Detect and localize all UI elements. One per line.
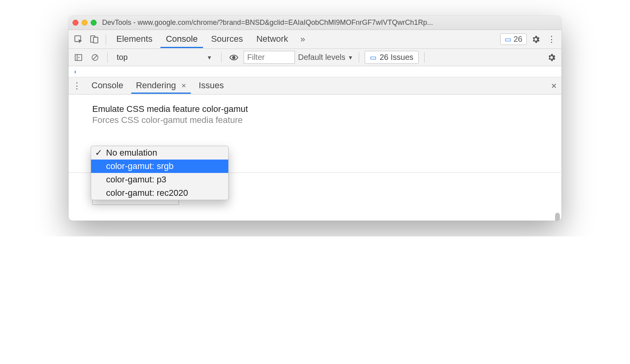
console-settings-icon[interactable] (545, 51, 558, 64)
chevron-down-icon: ▼ (207, 54, 212, 61)
issues-count: 26 (514, 35, 522, 44)
checkmark-icon: ✓ (95, 148, 102, 158)
dropdown-option-label: No emulation (106, 148, 157, 158)
show-console-sidebar-icon[interactable] (72, 51, 85, 64)
tab-console[interactable]: Console (160, 31, 203, 48)
separator (424, 52, 425, 63)
svg-point-5 (232, 56, 235, 59)
chevron-down-icon: ▼ (348, 54, 353, 61)
close-tab-icon[interactable]: × (181, 81, 186, 90)
issues-button[interactable]: ▭ 26 Issues (365, 51, 419, 64)
rendering-panel: Emulate CSS media feature color-gamut Fo… (69, 95, 561, 221)
drawer-kebab-icon[interactable]: ⋮ (70, 79, 84, 93)
console-toolbar: top ▼ Default levels ▼ ▭ 26 Issues (69, 49, 561, 66)
more-tabs-icon[interactable]: » (296, 33, 309, 46)
dropdown-option-srgb[interactable]: color-gamut: srgb (91, 160, 228, 173)
emulate-color-gamut-title: Emulate CSS media feature color-gamut (92, 104, 546, 114)
separator (221, 52, 222, 63)
dropdown-option-label: color-gamut: rec2020 (106, 188, 188, 198)
drawer-tab-issues[interactable]: Issues (194, 78, 229, 94)
zoom-window-button[interactable] (91, 20, 97, 26)
device-toolbar-icon[interactable] (88, 33, 101, 46)
dropdown-option-label: color-gamut: srgb (106, 161, 173, 171)
settings-icon[interactable] (529, 33, 542, 46)
devtools-window: DevTools - www.google.com/chrome/?brand=… (69, 16, 561, 221)
drawer-tabs: ⋮ Console Rendering × Issues × (69, 77, 561, 95)
separator (106, 34, 106, 45)
dropdown-option-label: color-gamut: p3 (106, 175, 166, 185)
dropdown-option-rec2020[interactable]: color-gamut: rec2020 (91, 186, 228, 200)
drawer-tab-rendering[interactable]: Rendering × (131, 78, 191, 94)
tab-network[interactable]: Network (251, 31, 294, 48)
dropdown-option-p3[interactable]: color-gamut: p3 (91, 173, 228, 186)
separator (359, 52, 359, 63)
console-prompt[interactable]: › (69, 66, 561, 77)
drawer-tab-console[interactable]: Console (87, 78, 128, 94)
drawer-tab-rendering-label: Rendering (136, 80, 176, 90)
issues-icon: ▭ (505, 35, 511, 44)
minimize-window-button[interactable] (82, 20, 88, 26)
window-title: DevTools - www.google.com/chrome/?brand=… (102, 19, 557, 27)
prompt-caret-icon: › (74, 68, 76, 75)
log-levels-select[interactable]: Default levels ▼ (298, 53, 353, 62)
titlebar: DevTools - www.google.com/chrome/?brand=… (69, 16, 561, 30)
close-drawer-icon[interactable]: × (551, 80, 557, 91)
kebab-menu-icon[interactable]: ⋮ (545, 33, 558, 46)
execution-context-select[interactable]: top ▼ (113, 52, 216, 63)
color-gamut-dropdown: ✓ No emulation color-gamut: srgb color-g… (91, 146, 229, 200)
clear-console-icon[interactable] (88, 51, 102, 64)
traffic-lights (73, 20, 97, 26)
filter-input[interactable] (244, 51, 295, 64)
main-toolbar: Elements Console Sources Network » ▭ 26 … (69, 30, 561, 49)
svg-rect-2 (93, 37, 98, 43)
issues-icon: ▭ (370, 53, 377, 62)
emulate-color-gamut-subtitle: Forces CSS color-gamut media feature (92, 115, 546, 125)
tab-elements[interactable]: Elements (111, 31, 158, 48)
tab-sources[interactable]: Sources (205, 31, 248, 48)
dropdown-option-no-emulation[interactable]: ✓ No emulation (91, 146, 228, 160)
log-levels-label: Default levels (298, 53, 345, 62)
close-window-button[interactable] (73, 20, 78, 26)
scrollbar-thumb[interactable] (555, 213, 560, 221)
execution-context-value: top (117, 53, 128, 62)
live-expression-icon[interactable] (227, 51, 240, 64)
issues-badge[interactable]: ▭ 26 (500, 33, 527, 45)
separator (107, 52, 108, 63)
issues-button-label: 26 Issues (380, 53, 414, 62)
inspect-element-icon[interactable] (72, 33, 85, 46)
